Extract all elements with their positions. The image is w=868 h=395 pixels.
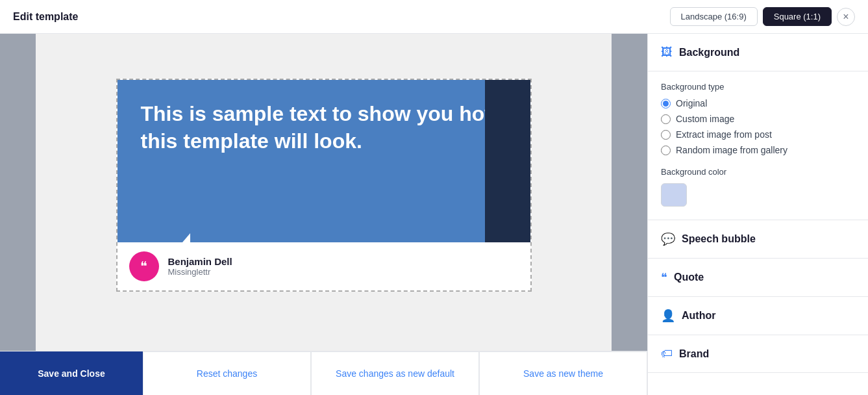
footer: Save and Close Reset changes Save change… <box>0 351 647 395</box>
template-card: This is sample text to show you how this… <box>116 79 532 292</box>
author-section[interactable]: 👤 Author <box>648 297 868 335</box>
speech-pointer <box>182 233 190 242</box>
tab-landscape[interactable]: Landscape (16:9) <box>670 7 758 26</box>
option-extract-image[interactable]: Extract image from post <box>661 129 855 140</box>
speech-bubble-title: Speech bubble <box>682 233 756 245</box>
background-type-label: Background type <box>661 82 855 92</box>
radio-extract-image[interactable] <box>661 130 671 140</box>
radio-random-image[interactable] <box>661 146 671 155</box>
option-custom-image-label: Custom image <box>676 114 734 124</box>
header-controls: Landscape (16:9) Square (1:1) × <box>670 7 855 26</box>
option-original[interactable]: Original <box>661 98 855 108</box>
save-close-button[interactable]: Save and Close <box>0 351 143 396</box>
option-random-image[interactable]: Random image from gallery <box>661 145 855 155</box>
page-title: Edit template <box>13 11 78 23</box>
background-section-content: Background type Original Custom image Ex… <box>648 71 868 220</box>
quote-mark-icon: ❝ <box>140 259 147 274</box>
close-button[interactable]: × <box>837 8 855 26</box>
save-default-button[interactable]: Save changes as new default <box>311 351 479 396</box>
brand-icon: 🏷 <box>661 347 673 361</box>
radio-custom-image[interactable] <box>661 114 671 124</box>
option-original-label: Original <box>676 98 707 108</box>
author-area: ❝ Benjamin Dell Missinglettr <box>118 242 530 290</box>
option-extract-image-label: Extract image from post <box>676 129 772 140</box>
canvas-area: This is sample text to show you how this… <box>0 34 647 351</box>
background-color-swatch[interactable] <box>661 183 687 207</box>
author-name: Benjamin Dell <box>168 256 232 267</box>
header: Edit template Landscape (16:9) Square (1… <box>0 0 868 34</box>
background-color-label: Background color <box>661 167 855 177</box>
save-theme-button[interactable]: Save as new theme <box>479 351 647 396</box>
background-section: 🖼 Background Background type Original Cu… <box>648 34 868 220</box>
speech-bubble-icon: 💬 <box>661 232 675 246</box>
background-type-options: Original Custom image Extract image from… <box>661 98 855 155</box>
brand-title: Brand <box>679 348 709 360</box>
quote-section[interactable]: ❝ Quote <box>648 259 868 297</box>
background-section-header[interactable]: 🖼 Background <box>648 34 868 71</box>
author-info: Benjamin Dell Missinglettr <box>168 256 232 277</box>
background-title: Background <box>679 47 739 58</box>
author-title: Author <box>682 310 715 322</box>
dark-strip-right <box>485 80 530 242</box>
quote-icon: ❝ <box>661 270 667 285</box>
reset-button[interactable]: Reset changes <box>143 351 311 396</box>
option-custom-image[interactable]: Custom image <box>661 114 855 124</box>
canvas-left-handle[interactable] <box>0 34 36 351</box>
quote-area: This is sample text to show you how this… <box>118 80 530 242</box>
brand-section[interactable]: 🏷 Brand <box>648 335 868 373</box>
speech-bubble-section[interactable]: 💬 Speech bubble <box>648 220 868 259</box>
option-random-image-label: Random image from gallery <box>676 145 787 155</box>
main-content: This is sample text to show you how this… <box>0 34 868 395</box>
author-icon: 👤 <box>661 309 675 323</box>
quote-title: Quote <box>674 272 704 283</box>
tab-square[interactable]: Square (1:1) <box>763 7 832 26</box>
quote-text: This is sample text to show you how this… <box>141 101 507 155</box>
template-preview: This is sample text to show you how this… <box>97 79 551 306</box>
author-org: Missinglettr <box>168 267 232 277</box>
image-icon: 🖼 <box>661 45 673 59</box>
canvas-right-handle[interactable] <box>612 34 647 351</box>
avatar: ❝ <box>129 251 159 281</box>
right-panel: 🖼 Background Background type Original Cu… <box>647 34 868 395</box>
radio-original[interactable] <box>661 99 671 108</box>
